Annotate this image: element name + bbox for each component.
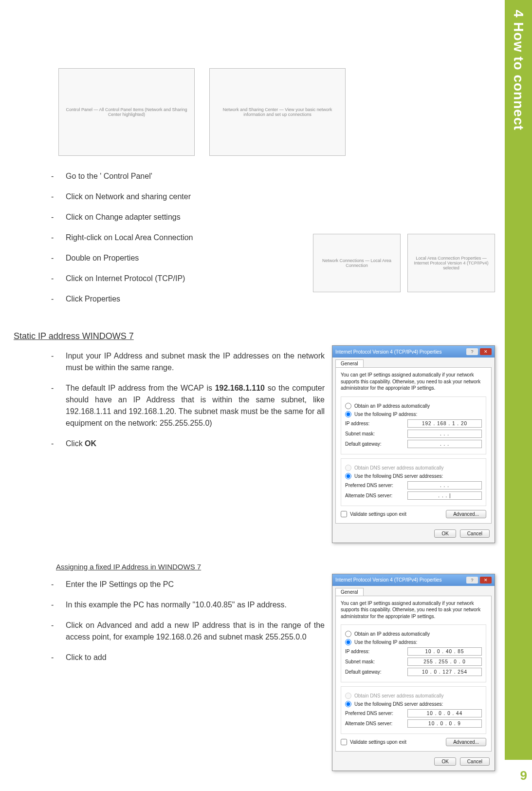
preferred-dns-field[interactable]: 10 . 0 . 0 . 44 — [407, 709, 482, 717]
step-item: Go to the ' Control Panel' — [51, 170, 495, 182]
step-item: Input your IP Address and subnet mask th… — [51, 350, 325, 374]
step-item: Click on Network and sharing center — [51, 191, 495, 203]
chapter-title: 4 How to connect — [511, 10, 526, 131]
dialog-title: Internet Protocol Version 4 (TCP/IPv4) P… — [335, 577, 441, 583]
step-item: Click on Change adapter settings — [51, 211, 495, 223]
screenshot-row-1: Control Panel — All Control Panel Items … — [58, 68, 495, 156]
default-gateway-field[interactable]: . . . — [407, 440, 482, 448]
tab-general[interactable]: General — [335, 359, 364, 367]
step-item: Click on Internet Protocol (TCP/IP) — [51, 273, 495, 284]
step-item: The default IP address from the WCAP is … — [51, 382, 325, 429]
radio-obtain-dns — [345, 465, 351, 471]
step-item: In this example the PC has normally "10.… — [51, 599, 325, 611]
radio-obtain-ip[interactable] — [345, 631, 351, 637]
ipv4-properties-dialog-2: Internet Protocol Version 4 (TCP/IPv4) P… — [332, 574, 495, 772]
ip-address-field[interactable]: 192 . 168 . 1 . 20 — [407, 419, 482, 428]
screenshot-network-sharing-center: Network and Sharing Center — View your b… — [209, 68, 346, 156]
step-item: Click to add — [51, 652, 325, 663]
radio-use-dns[interactable] — [345, 473, 351, 479]
subnet-mask-field[interactable]: . . . — [407, 430, 482, 438]
steps-list-fixed-ip: Enter the IP Settings op the PC In this … — [51, 579, 325, 663]
step-item: Click on Advanced and add a new IP addre… — [51, 620, 325, 643]
section-title-static-ip: Static IP address WINDOWS 7 — [14, 331, 495, 341]
step-item: Enter the IP Settings op the PC — [51, 579, 325, 590]
step-item: Click OK — [51, 438, 325, 450]
step-item: Click Properties — [51, 293, 495, 305]
cancel-button[interactable]: Cancel — [460, 529, 490, 538]
alternate-dns-field[interactable]: 10 . 0 . 0 . 9 — [407, 719, 482, 728]
advanced-button[interactable]: Advanced... — [446, 738, 486, 746]
dialog-titlebar: Internet Protocol Version 4 (TCP/IPv4) P… — [332, 574, 495, 586]
step-item: Double on Properties — [51, 252, 495, 264]
ok-button[interactable]: OK — [434, 757, 456, 766]
radio-use-ip[interactable] — [345, 639, 351, 645]
radio-use-dns[interactable] — [345, 701, 351, 707]
radio-use-ip[interactable] — [345, 411, 351, 417]
default-gateway-field[interactable]: 10 . 0 . 127 . 254 — [407, 668, 482, 676]
advanced-button[interactable]: Advanced... — [446, 510, 486, 518]
validate-checkbox[interactable] — [341, 739, 347, 745]
screenshot-control-panel: Control Panel — All Control Panel Items … — [58, 68, 195, 156]
ip-address-field[interactable]: 10 . 0 . 40 . 85 — [407, 647, 482, 656]
section-title-fixed-ip: Assigning a fixed IP Address in WINDOWS … — [56, 563, 495, 571]
help-icon[interactable]: ? — [466, 348, 478, 355]
step-item: Right-click on Local Area Connection — [51, 232, 495, 244]
close-icon[interactable]: ✕ — [480, 577, 492, 584]
dialog-title: Internet Protocol Version 4 (TCP/IPv4) P… — [335, 349, 441, 355]
radio-obtain-ip[interactable] — [345, 403, 351, 409]
alternate-dns-field[interactable]: . . . | — [407, 491, 482, 500]
cancel-button[interactable]: Cancel — [460, 757, 490, 766]
subnet-mask-field[interactable]: 255 . 255 . 0 . 0 — [407, 658, 482, 666]
help-icon[interactable]: ? — [466, 577, 478, 584]
close-icon[interactable]: ✕ — [480, 348, 492, 355]
dialog-hint: You can get IP settings assigned automat… — [341, 600, 486, 620]
dialog-hint: You can get IP settings assigned automat… — [341, 372, 486, 392]
ipv4-properties-dialog-1: Internet Protocol Version 4 (TCP/IPv4) P… — [332, 345, 495, 543]
steps-list-static-ip: Input your IP Address and subnet mask th… — [51, 350, 325, 450]
validate-checkbox[interactable] — [341, 511, 347, 517]
preferred-dns-field[interactable]: . . . — [407, 481, 482, 490]
ok-button[interactable]: OK — [434, 529, 456, 538]
radio-obtain-dns — [345, 693, 351, 699]
dialog-titlebar: Internet Protocol Version 4 (TCP/IPv4) P… — [332, 346, 495, 358]
page-number: 9 — [520, 768, 527, 783]
tab-general[interactable]: General — [335, 588, 364, 596]
chapter-sidebar: 4 How to connect — [505, 0, 532, 760]
